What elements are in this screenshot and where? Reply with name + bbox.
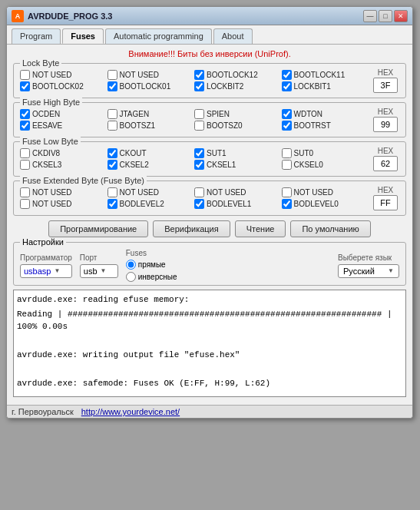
lang-col: Выберете язык Русский ▼ <box>338 253 399 278</box>
list-item: BOOTLOCK11 <box>282 70 366 80</box>
fuse-high-hex-input[interactable] <box>373 117 398 132</box>
fe1-checkbox[interactable] <box>20 187 30 197</box>
fh1-checkbox[interactable] <box>20 109 30 119</box>
fe8-label: BODLEVEL0 <box>294 200 339 208</box>
fuses-radio-inverse: инверсные <box>126 272 177 282</box>
fe6-label: BODLEVEL2 <box>120 200 164 208</box>
minimize-button[interactable]: — <box>363 10 377 22</box>
fh4-checkbox[interactable] <box>282 109 292 119</box>
fh7-checkbox[interactable] <box>194 121 204 131</box>
fh8-label: BOOTRST <box>294 121 331 130</box>
fuses-label: Fuses <box>126 249 177 257</box>
fuses-radio-group: прямые инверсные <box>126 260 177 282</box>
fe4-checkbox[interactable] <box>282 187 292 197</box>
title-bar: A AVRDUDE_PROG 3.3 — □ ✕ <box>7 7 412 25</box>
action-buttons-row: Программирование Верификация Чтение По у… <box>13 220 406 237</box>
fuse-ext-hex-label: HEX <box>378 186 394 194</box>
programmer-dropdown[interactable]: usbasp ▼ <box>20 264 72 278</box>
fe3-checkbox[interactable] <box>194 187 204 197</box>
tab-about[interactable]: About <box>213 28 253 44</box>
fh6-label: BOOTSZ1 <box>120 121 156 130</box>
fl4-checkbox[interactable] <box>282 148 292 158</box>
app-icon: A <box>12 10 24 22</box>
list-item: CKSEL0 <box>282 160 366 170</box>
fe7-checkbox[interactable] <box>194 199 204 209</box>
fh5-label: EESAVE <box>32 121 62 130</box>
port-col: Порт usb ▼ <box>80 253 118 278</box>
lock-byte-hex-input[interactable] <box>373 78 398 93</box>
lb6-checkbox[interactable] <box>107 81 117 91</box>
default-button[interactable]: По умолчанию <box>290 220 370 237</box>
list-item: CKOUT <box>107 148 192 158</box>
fl1-checkbox[interactable] <box>20 148 30 158</box>
fuses-direct-label: прямые <box>138 260 166 269</box>
status-url[interactable]: http://www.yourdevice.net/ <box>81 407 180 416</box>
lb5-checkbox[interactable] <box>20 81 30 91</box>
fh8-checkbox[interactable] <box>282 121 292 131</box>
read-button[interactable]: Чтение <box>235 220 286 237</box>
fh2-label: JTAGEN <box>120 110 150 118</box>
lb2-checkbox[interactable] <box>107 70 117 80</box>
list-item: LOCKBIT1 <box>282 81 366 91</box>
lang-dropdown[interactable]: Русский ▼ <box>338 264 399 278</box>
lb4-label: BOOTLOCK11 <box>294 71 346 79</box>
lock-byte-content: NOT USED NOT USED BOOTLOCK12 BOOTLOCK11 <box>20 68 399 93</box>
lang-label: Выберете язык <box>338 253 399 262</box>
status-bar: г. Первоуральск http://www.yourdevice.ne… <box>7 405 412 418</box>
fe5-checkbox[interactable] <box>20 199 30 209</box>
fuses-direct-radio[interactable] <box>126 260 136 270</box>
fl3-checkbox[interactable] <box>194 148 204 158</box>
port-dropdown[interactable]: usb ▼ <box>80 264 118 278</box>
fl7-checkbox[interactable] <box>194 160 204 170</box>
lb8-checkbox[interactable] <box>282 81 292 91</box>
list-item: SPIEN <box>194 109 279 119</box>
fl6-label: CKSEL2 <box>120 161 149 169</box>
fuse-high-hex-area: HEX <box>372 108 399 132</box>
list-item: BODLEVEL2 <box>107 199 192 209</box>
lb1-checkbox[interactable] <box>20 70 30 80</box>
lock-byte-checkboxes: NOT USED NOT USED BOOTLOCK12 BOOTLOCK11 <box>20 70 365 91</box>
fe6-checkbox[interactable] <box>107 199 117 209</box>
list-item: BOOTLOCK02 <box>20 81 104 91</box>
lb7-checkbox[interactable] <box>194 81 204 91</box>
port-label: Порт <box>80 253 118 262</box>
fh3-checkbox[interactable] <box>194 109 204 119</box>
fl3-label: SUT1 <box>207 149 227 157</box>
fe2-checkbox[interactable] <box>107 187 117 197</box>
fe1-label: NOT USED <box>32 188 72 197</box>
tab-auto-programming[interactable]: Automatic programming <box>105 28 212 44</box>
fh2-checkbox[interactable] <box>107 109 117 119</box>
fe2-label: NOT USED <box>120 188 160 197</box>
list-item: EESAVE <box>20 121 104 131</box>
lb4-checkbox[interactable] <box>282 70 292 80</box>
fl7-label: CKSEL1 <box>207 161 236 169</box>
fuses-inverse-radio[interactable] <box>126 272 136 282</box>
fh5-checkbox[interactable] <box>20 121 30 131</box>
verify-button[interactable]: Верификация <box>153 220 230 237</box>
fuse-low-hex-input[interactable] <box>373 156 398 171</box>
lb3-checkbox[interactable] <box>194 70 204 80</box>
list-item: CKDIV8 <box>20 148 104 158</box>
list-item: JTAGEN <box>107 109 192 119</box>
close-button[interactable]: ✕ <box>394 10 408 22</box>
output-area[interactable]: avrdude.exe: reading efuse memory: Readi… <box>13 290 406 397</box>
fl8-checkbox[interactable] <box>282 160 292 170</box>
programmer-col: Программатор usbasp ▼ <box>20 253 72 278</box>
program-button[interactable]: Программирование <box>48 220 148 237</box>
fh6-checkbox[interactable] <box>107 121 117 131</box>
fl8-label: CKSEL0 <box>294 161 323 169</box>
tab-fuses[interactable]: Fuses <box>62 28 104 44</box>
maximize-button[interactable]: □ <box>379 10 392 22</box>
tab-program[interactable]: Program <box>12 28 61 44</box>
fe8-checkbox[interactable] <box>282 199 292 209</box>
fl6-checkbox[interactable] <box>107 160 117 170</box>
fuse-ext-hex-input[interactable] <box>373 195 398 210</box>
list-item: LOCKBIT2 <box>194 81 279 91</box>
lb2-label: NOT USED <box>120 71 160 79</box>
list-item: BOOTSZ0 <box>194 121 279 131</box>
settings-label: Настройки <box>20 237 66 247</box>
list-item: CKSEL3 <box>20 160 104 170</box>
output-line: avrdude.exe: safemode: Fuses OK (E:FF, H… <box>17 377 402 390</box>
fl2-checkbox[interactable] <box>107 148 117 158</box>
fl5-checkbox[interactable] <box>20 160 30 170</box>
